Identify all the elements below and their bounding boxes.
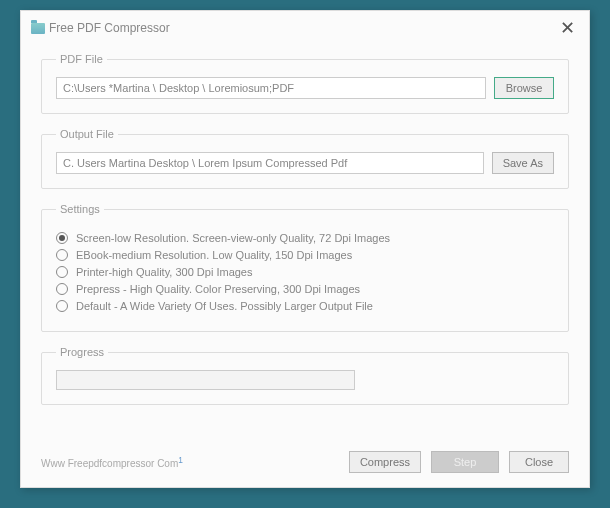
close-icon[interactable]: ✕ bbox=[556, 17, 579, 39]
app-window: Free PDF Compressor ✕ PDF File Browse Ou… bbox=[20, 10, 590, 488]
progress-legend: Progress bbox=[56, 346, 108, 358]
output-file-input[interactable] bbox=[56, 152, 484, 174]
titlebar-left: Free PDF Compressor bbox=[31, 21, 170, 35]
settings-legend: Settings bbox=[56, 203, 104, 215]
progress-group: Progress bbox=[41, 346, 569, 405]
settings-option-4[interactable]: Default - A Wide Variety Of Uses. Possib… bbox=[56, 300, 554, 312]
settings-option-label: Prepress - High Quality. Color Preservin… bbox=[76, 283, 360, 295]
progress-bar bbox=[56, 370, 355, 390]
compress-button[interactable]: Compress bbox=[349, 451, 421, 473]
radio-icon[interactable] bbox=[56, 266, 68, 278]
website-link[interactable]: Www Freepdfcompressor Com1 bbox=[41, 455, 183, 469]
settings-option-label: Screen-low Resolution. Screen-view-only … bbox=[76, 232, 390, 244]
radio-icon[interactable] bbox=[56, 283, 68, 295]
radio-icon[interactable] bbox=[56, 300, 68, 312]
output-file-legend: Output File bbox=[56, 128, 118, 140]
titlebar: Free PDF Compressor ✕ bbox=[21, 11, 589, 45]
browse-button[interactable]: Browse bbox=[494, 77, 554, 99]
radio-icon[interactable] bbox=[56, 232, 68, 244]
save-as-button[interactable]: Save As bbox=[492, 152, 554, 174]
settings-option-label: EBook-medium Resolution. Low Quality, 15… bbox=[76, 249, 352, 261]
content: PDF File Browse Output File Save As Sett… bbox=[21, 45, 589, 487]
folder-icon bbox=[31, 23, 45, 34]
settings-option-2[interactable]: Printer-high Quality, 300 Dpi Images bbox=[56, 266, 554, 278]
close-button[interactable]: Close bbox=[509, 451, 569, 473]
pdf-file-group: PDF File Browse bbox=[41, 53, 569, 114]
step-button[interactable]: Step bbox=[431, 451, 499, 473]
settings-option-label: Default - A Wide Variety Of Uses. Possib… bbox=[76, 300, 373, 312]
pdf-file-input[interactable] bbox=[56, 77, 486, 99]
app-title: Free PDF Compressor bbox=[49, 21, 170, 35]
settings-option-3[interactable]: Prepress - High Quality. Color Preservin… bbox=[56, 283, 554, 295]
settings-option-label: Printer-high Quality, 300 Dpi Images bbox=[76, 266, 253, 278]
settings-option-0[interactable]: Screen-low Resolution. Screen-view-only … bbox=[56, 232, 554, 244]
settings-option-1[interactable]: EBook-medium Resolution. Low Quality, 15… bbox=[56, 249, 554, 261]
footer: Www Freepdfcompressor Com1 Compress Step… bbox=[41, 443, 569, 473]
output-file-group: Output File Save As bbox=[41, 128, 569, 189]
pdf-file-legend: PDF File bbox=[56, 53, 107, 65]
radio-icon[interactable] bbox=[56, 249, 68, 261]
settings-group: Settings Screen-low Resolution. Screen-v… bbox=[41, 203, 569, 332]
